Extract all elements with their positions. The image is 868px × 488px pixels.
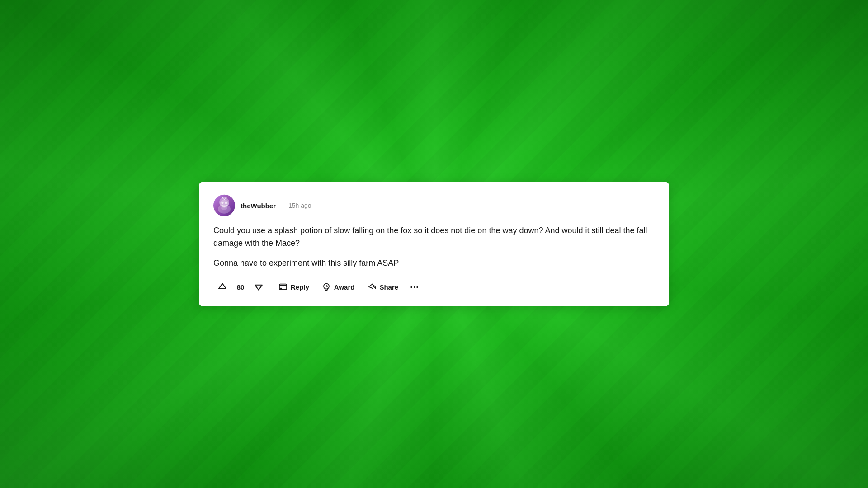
award-button[interactable]: Award	[316, 279, 360, 295]
vote-group: 80	[213, 279, 268, 295]
svg-point-3	[221, 206, 227, 210]
separator: ·	[281, 202, 283, 209]
award-icon	[322, 282, 331, 291]
downvote-icon	[254, 282, 263, 291]
svg-point-1	[222, 202, 224, 204]
share-icon	[367, 282, 376, 291]
more-options-button[interactable]: ···	[406, 278, 424, 295]
reply-button[interactable]: Reply	[273, 279, 315, 295]
comment-header: theWubber · 15h ago	[213, 195, 655, 216]
svg-point-2	[225, 202, 227, 204]
award-label: Award	[334, 283, 355, 291]
comment-text: Could you use a splash potion of slow fa…	[213, 225, 655, 270]
comment-line-1: Could you use a splash potion of slow fa…	[213, 225, 655, 250]
comment-body: Could you use a splash potion of slow fa…	[213, 225, 655, 270]
avatar	[213, 195, 235, 216]
reply-label: Reply	[291, 283, 309, 291]
upvote-icon	[218, 282, 227, 291]
avatar-icon	[217, 197, 231, 214]
comment-actions: 80 Reply Award	[213, 278, 655, 295]
more-icon: ···	[410, 282, 419, 292]
comment-line-2: Gonna have to experiment with this silly…	[213, 257, 655, 269]
username[interactable]: theWubber	[241, 202, 276, 209]
comment-card: theWubber · 15h ago Could you use a spla…	[199, 182, 669, 306]
downvote-button[interactable]	[250, 279, 268, 295]
vote-count: 80	[235, 283, 246, 291]
upvote-button[interactable]	[213, 279, 231, 295]
share-button[interactable]: Share	[362, 279, 404, 295]
share-label: Share	[379, 283, 398, 291]
timestamp: 15h ago	[288, 202, 311, 209]
reply-icon	[278, 282, 288, 291]
